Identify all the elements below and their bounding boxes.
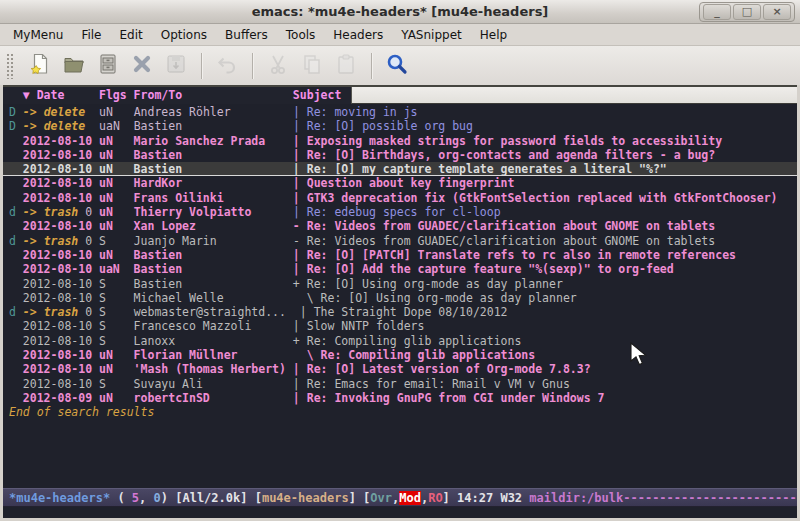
minimize-button[interactable]: _ (703, 4, 731, 20)
menu-item-buffers[interactable]: Buffers (216, 26, 277, 44)
message-row[interactable]: 2012-08-10 uN HardKor | Question about k… (3, 176, 797, 190)
new-file-icon (28, 52, 52, 80)
menu-item-options[interactable]: Options (152, 26, 216, 44)
message-row[interactable]: 2012-08-10 uN Mario Sanchez Prada | Expo… (3, 134, 797, 148)
message-row[interactable]: 2012-08-10 S Lanoxx + Re: Compiling glib… (3, 334, 797, 348)
message-row[interactable]: 2012-08-09 uN robertcInSD | Re: Invoking… (3, 391, 797, 405)
menu-item-headers[interactable]: Headers (324, 26, 392, 44)
menu-item-file[interactable]: File (72, 26, 110, 44)
message-row[interactable]: 2012-08-10 uN Frans Oilinki | GTK3 depre… (3, 191, 797, 205)
modeline-segment: 5 (132, 491, 139, 505)
modeline-segment: maildir:/bulk (529, 491, 623, 505)
message-row[interactable]: d -> trash 0 S webmaster@straightd... | … (3, 305, 797, 319)
message-row[interactable]: 2012-08-10 S Suvayu Ali | Re: Emacs for … (3, 377, 797, 391)
undo-button (210, 50, 244, 82)
toolbar-separator (371, 53, 372, 79)
open-file-icon (62, 52, 86, 80)
toolbar-separator (201, 53, 202, 79)
end-of-search-results: End of search results (3, 405, 797, 419)
window-controls: _□× (699, 2, 795, 22)
header-line-columns: ▼ Date Flgs From/To Subject (3, 87, 351, 104)
echo-area (3, 507, 797, 518)
modeline-segment: , (139, 491, 153, 505)
message-row[interactable]: d -> trash 0 uN Thierry Volpiatto | Re: … (3, 205, 797, 219)
message-row[interactable]: d -> trash 0 S Juanjo Marin - Re: Videos… (3, 234, 797, 248)
modeline-segment: 0 (154, 491, 161, 505)
save-buffer-button (159, 50, 193, 82)
menu-bar: MyMenuFileEditOptionsBuffersToolsHeaders… (0, 24, 800, 46)
paste-button (329, 50, 363, 82)
message-row-current[interactable]: 2012-08-10 uN Bastien | Re: [O] my captu… (3, 162, 797, 176)
modeline-segment: ] 14:27 W32 (443, 491, 530, 505)
modeline-segment: RO (428, 491, 442, 505)
cut-icon (266, 52, 290, 80)
modeline-segment: Mod (399, 491, 421, 505)
headers-buffer[interactable]: D -> delete uN Andreas Röhler | Re: movi… (3, 104, 797, 488)
message-row[interactable]: 2012-08-10 uN Bastien | Re: [O] [PATCH] … (3, 248, 797, 262)
kill-buffer-button[interactable] (125, 50, 159, 82)
toolbar-separator (252, 53, 253, 79)
header-line-filler (351, 87, 797, 104)
window-title: emacs: *mu4e-headers* [mu4e-headers] (0, 0, 800, 24)
message-row[interactable]: 2012-08-10 S Francesco Mazzoli | Slow NN… (3, 319, 797, 333)
title-bar[interactable]: emacs: *mu4e-headers* [mu4e-headers] _□× (0, 0, 800, 24)
copy-icon (300, 52, 324, 80)
message-row[interactable]: D -> delete uaN Bastien | Re: [O] possib… (3, 119, 797, 133)
paste-icon (334, 52, 358, 80)
undo-icon (215, 52, 239, 80)
menu-item-edit[interactable]: Edit (111, 26, 152, 44)
new-file-button[interactable] (23, 50, 57, 82)
message-row[interactable]: 2012-08-10 S Michael Welle \ Re: [O] Usi… (3, 291, 797, 305)
close-button[interactable]: × (763, 4, 791, 20)
header-line: ▼ Date Flgs From/To Subject (3, 87, 797, 104)
kill-buffer-icon (130, 52, 154, 80)
message-row[interactable]: 2012-08-10 uN 'Mash (Thomas Herbert) | R… (3, 362, 797, 376)
dired-icon (96, 52, 120, 80)
cut-button (261, 50, 295, 82)
modeline-segment: ------------------------ (623, 491, 796, 505)
modeline-segment: mu4e-headers (262, 491, 349, 505)
menu-item-yasnippet[interactable]: YASnippet (392, 26, 471, 44)
message-row[interactable]: 2012-08-10 S Bastien + Re: [O] Using org… (3, 277, 797, 291)
emacs-window: emacs: *mu4e-headers* [mu4e-headers] _□×… (0, 0, 800, 521)
modeline-segment: ( (110, 491, 132, 505)
emacs-frame: ▼ Date Flgs From/To Subject D -> delete … (3, 85, 797, 518)
message-row[interactable]: 2012-08-10 uN Xan Lopez - Re: Videos fro… (3, 219, 797, 233)
dired-button[interactable] (91, 50, 125, 82)
message-row[interactable]: 2012-08-10 uN Bastien | Re: [O] Birthday… (3, 148, 797, 162)
maximize-button[interactable]: □ (733, 4, 761, 20)
tool-bar (0, 46, 800, 85)
open-file-button[interactable] (57, 50, 91, 82)
toolbar-drag-handle[interactable] (6, 53, 15, 79)
mode-line[interactable]: *mu4e-headers* ( 5, 0) [All/2.0k] [mu4e-… (3, 488, 797, 507)
message-row[interactable]: 2012-08-10 uaN Bastien | Re: [O] Add the… (3, 262, 797, 276)
modeline-segment: *mu4e-headers* (9, 491, 110, 505)
copy-button (295, 50, 329, 82)
menu-item-tools[interactable]: Tools (277, 26, 325, 44)
message-row[interactable]: 2012-08-10 uN Florian Müllner \ Re: Comp… (3, 348, 797, 362)
menu-item-help[interactable]: Help (471, 26, 516, 44)
modeline-segment: ] [ (349, 491, 371, 505)
search-icon (385, 52, 409, 80)
message-row[interactable]: D -> delete uN Andreas Röhler | Re: movi… (3, 105, 797, 119)
modeline-segment: Ovr (370, 491, 392, 505)
search-button[interactable] (380, 50, 414, 82)
menu-item-mymenu[interactable]: MyMenu (4, 26, 72, 44)
modeline-segment: ) [All/2.0k] [ (161, 491, 262, 505)
save-buffer-icon (164, 52, 188, 80)
